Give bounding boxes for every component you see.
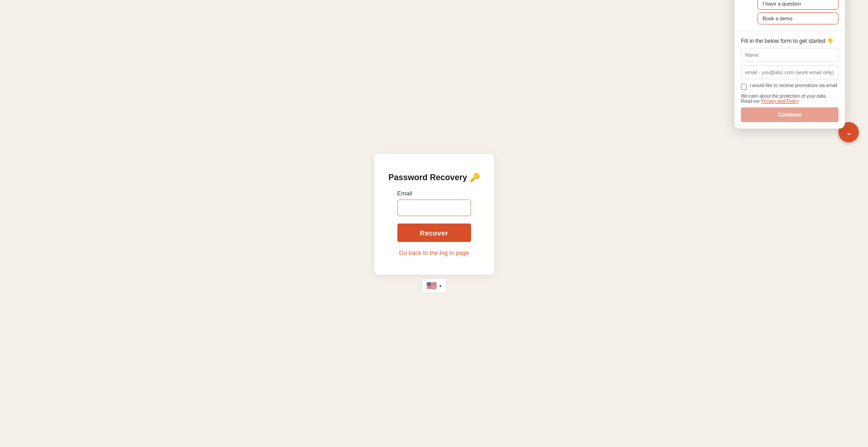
recovery-card: Password Recovery 🔑 Email Recover Go bac…: [374, 154, 494, 275]
promo-label: I would like to receive promotions via e…: [750, 83, 837, 88]
chat-widget-container: ‹ Customer Service We usually r: [839, 122, 859, 142]
email-section: Email: [397, 190, 471, 216]
chevron-down-icon: ⌄: [845, 127, 852, 137]
language-selector[interactable]: 🇺🇸 ▾: [421, 278, 447, 293]
privacy-policy-link[interactable]: Privacy and Policy: [761, 99, 799, 104]
chat-quick-replies: I have a question Book a demo: [741, 0, 839, 24]
email-label: Email: [397, 190, 471, 197]
chat-checkbox-row: I would like to receive promotions via e…: [741, 83, 839, 90]
chat-privacy-text: We care about the protection of your dat…: [741, 94, 839, 104]
promo-checkbox[interactable]: [741, 84, 747, 90]
flag-icon: 🇺🇸: [426, 281, 437, 291]
quick-reply-demo[interactable]: Book a demo: [757, 12, 839, 24]
back-to-login-link[interactable]: Go back to the log in page: [399, 249, 469, 256]
chevron-down-icon: ▾: [439, 283, 442, 288]
email-input[interactable]: [397, 200, 471, 216]
chat-form-title: Fill in the below form to get started 👇: [741, 38, 839, 44]
chat-continue-button[interactable]: Continue: [741, 107, 839, 122]
chat-email-input[interactable]: [741, 65, 839, 79]
quick-reply-question[interactable]: I have a question: [757, 0, 839, 10]
recover-button[interactable]: Recover: [397, 224, 471, 242]
chat-form-section: Fill in the below form to get started 👇 …: [734, 33, 845, 129]
recovery-title: Password Recovery 🔑: [388, 172, 479, 182]
chat-divider: [734, 31, 845, 31]
chat-widget: ‹ Customer Service We usually r: [734, 0, 845, 129]
chat-body: t Hey there 👋, How can we help you? Than…: [734, 0, 845, 29]
chat-name-input[interactable]: [741, 48, 839, 62]
